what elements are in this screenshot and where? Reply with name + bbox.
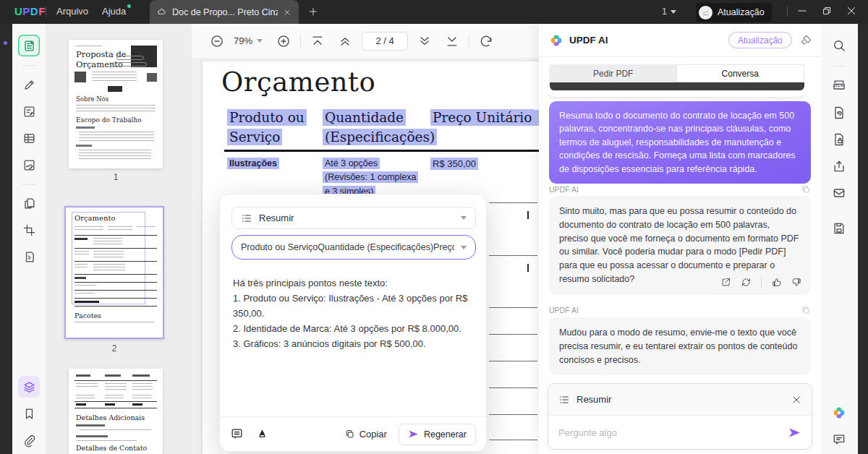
clear-chat-icon[interactable]: [799, 34, 812, 47]
updf-logo: UPDF: [14, 5, 46, 17]
next-page-button[interactable]: [414, 30, 435, 52]
actions-divider: [761, 278, 762, 287]
send-icon: [408, 429, 419, 439]
zoom-in-button[interactable]: [273, 30, 294, 52]
decor: [132, 395, 151, 399]
crop-pages-icon[interactable]: [18, 219, 40, 241]
table-line: [489, 334, 537, 335]
chat-input-card: Resumir: [548, 383, 812, 450]
table-line: [489, 202, 537, 203]
open-in-new-icon[interactable]: [720, 277, 731, 288]
copy-message-icon[interactable]: [801, 184, 811, 194]
save-icon[interactable]: [828, 218, 850, 239]
send-icon[interactable]: [788, 427, 801, 438]
edit-pencil-icon[interactable]: [18, 74, 40, 95]
decor: [75, 282, 157, 283]
minimize-button[interactable]: [796, 4, 809, 17]
right-toolbar: OCR: [821, 24, 858, 454]
thumbs-down-icon[interactable]: [791, 277, 802, 288]
table-line: [489, 414, 537, 415]
bookmark-icon[interactable]: [18, 403, 40, 424]
decor: [76, 424, 105, 427]
clipped-text-mark: [527, 264, 529, 272]
titlebar-divider: [787, 7, 788, 17]
account-button[interactable]: Atualização: [696, 3, 772, 22]
go-to-bottom-button[interactable]: [441, 30, 463, 52]
decor: [79, 429, 151, 432]
thumb3-heading-1: Detalhes Adicionais: [76, 414, 145, 421]
thumbs-up-icon[interactable]: [771, 277, 782, 288]
regenerate-reply-icon[interactable]: [741, 277, 752, 288]
table-line: [489, 440, 537, 440]
go-to-top-button[interactable]: [307, 30, 328, 52]
thumbnail-panel: Proposta de Orçamento Sobre Nós Escopo d…: [46, 24, 192, 454]
regenerate-button[interactable]: Regenerar: [399, 424, 476, 445]
search-icon[interactable]: [828, 35, 850, 56]
close-mode-icon[interactable]: [791, 395, 801, 405]
restore-button[interactable]: [820, 4, 833, 17]
thumb1-photo: [75, 72, 86, 82]
close-button[interactable]: [845, 4, 858, 17]
tab-close-icon[interactable]: [283, 8, 292, 17]
menu-arquivo[interactable]: Arquivo: [56, 6, 88, 17]
form-fields-icon[interactable]: [18, 127, 40, 149]
ai-panel-title: UPDF AI: [569, 35, 728, 46]
updf-ai-shortcut-icon[interactable]: [828, 402, 850, 424]
source-text-select[interactable]: Produto ou ServiçoQuantidade (Especifica…: [231, 235, 476, 260]
feedback-comment-icon[interactable]: [828, 429, 850, 450]
organize-pages-icon[interactable]: [18, 192, 40, 214]
share-export-icon[interactable]: [828, 155, 850, 177]
list-icon: [241, 213, 252, 224]
page-number-2: 2: [67, 343, 161, 354]
rotate-page-button[interactable]: [475, 30, 497, 52]
decor: [75, 274, 157, 275]
decor: [79, 150, 151, 161]
decor: [132, 383, 153, 392]
zoom-out-button[interactable]: [206, 30, 228, 52]
page-number-box[interactable]: 2 / 4: [362, 32, 408, 51]
copy-message-icon[interactable]: [801, 305, 811, 315]
tab-pedir-pdf[interactable]: Pedir PDF: [550, 65, 677, 82]
reader-mode-icon[interactable]: [18, 35, 40, 56]
decor: [75, 285, 96, 287]
lock-document-icon[interactable]: [828, 129, 850, 150]
mode-select[interactable]: Resumir: [231, 207, 476, 229]
signature-icon[interactable]: [18, 154, 40, 176]
thumbnail-page-3[interactable]: Detalhes Adicionais Detalhes de Contato: [69, 369, 163, 454]
ai-mode-tabs: Pedir PDF Conversa: [549, 64, 804, 82]
window-count-dropdown[interactable]: 1: [662, 7, 676, 17]
document-tab[interactable]: Doc de Propo... Preto Cinza: [150, 0, 299, 24]
copy-button[interactable]: Copiar: [344, 429, 387, 440]
ai-panel: UPDF AI Atualização Pedir PDF Conversa R…: [539, 24, 821, 454]
batch-process-icon[interactable]: [18, 246, 40, 267]
table-header-produto: Produto ou Serviço: [227, 108, 307, 147]
comment-annotate-icon[interactable]: [18, 100, 40, 122]
menu-ajuda[interactable]: Ajuda: [102, 6, 126, 17]
page-number-1: 1: [69, 172, 163, 182]
thumb1-photo: [147, 73, 157, 82]
decor: [76, 374, 90, 377]
previous-page-button[interactable]: [334, 30, 356, 52]
thumbnail-page-1[interactable]: Proposta de Orçamento Sobre Nós Escopo d…: [69, 40, 163, 168]
ocr-icon[interactable]: OCR: [828, 74, 850, 96]
sender-label: UPDF AI: [549, 185, 801, 194]
decor: [112, 62, 147, 67]
attachment-paperclip-icon[interactable]: [18, 429, 40, 451]
thumb2-title: Orçamento: [75, 214, 115, 222]
highlighter-icon[interactable]: [255, 427, 269, 441]
layers-icon[interactable]: [18, 376, 40, 398]
thumbnail-page-2-selected[interactable]: Orçamento Pacotes: [64, 206, 164, 339]
rotate-document-icon[interactable]: [828, 102, 850, 124]
ai-chat-input[interactable]: [558, 427, 780, 438]
add-note-icon[interactable]: [230, 427, 244, 441]
new-tab-button[interactable]: [307, 6, 319, 17]
table-line: [489, 361, 537, 361]
decor: [108, 86, 122, 92]
mail-icon[interactable]: [828, 182, 850, 204]
upgrade-button[interactable]: Atualização: [728, 32, 792, 48]
list-icon: [558, 394, 570, 406]
zoom-dropdown-icon[interactable]: [257, 39, 263, 43]
thumb3-heading-2: Detalhes de Contato: [76, 444, 147, 452]
decor: [75, 277, 86, 279]
tab-conversa[interactable]: Conversa: [677, 65, 804, 82]
